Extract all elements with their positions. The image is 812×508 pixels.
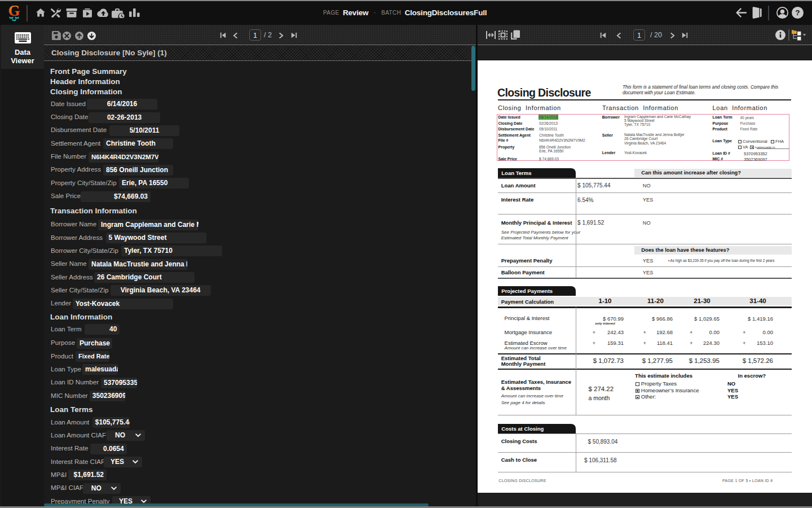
svg-text:G: G	[8, 3, 20, 19]
svg-text:?: ?	[795, 8, 800, 17]
